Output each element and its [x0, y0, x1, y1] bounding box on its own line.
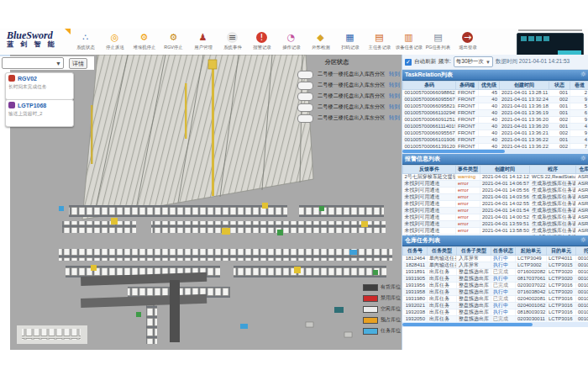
table-cell: 2号七层穿梭车延交提状态异常 — [403, 174, 456, 181]
table-row[interactable]: 1932050出库任务整盘拣选出库已完成0203030011LCTP301600… — [403, 316, 588, 323]
table-cell: 40 — [479, 97, 500, 103]
auto-refresh-checkbox[interactable]: ✓ — [405, 59, 412, 66]
table-cell: 出库任务 — [428, 283, 457, 289]
table-row[interactable]: 1828411单向输送任务入库异常执行中LCTP3002LCTP30150010… — [403, 262, 588, 269]
table-row[interactable]: 未找到可用通道error2021-04-01 14:06:57生成系统拣库任务请… — [403, 181, 588, 188]
table-row[interactable]: 未找到可用通道error2021-04-01 13:59:51生成系统拣库任务请… — [403, 221, 588, 228]
toolbar-pg-task-list[interactable]: ▤PG任务列表 — [423, 29, 453, 53]
toolbar-label: 操作记录 — [282, 44, 301, 50]
zone-row-5: 二号楼三楼托盘出入库东分区转到 — [274, 113, 400, 124]
toolbar-system-status[interactable]: ∴系统状态 — [71, 29, 100, 53]
toolbar-rgv-stop[interactable]: ⚙RGV停止 — [159, 29, 188, 53]
zone-toggle[interactable] — [297, 82, 313, 90]
toolbar-operation-records[interactable]: ◔操作记录 — [276, 29, 306, 53]
zone-toggle[interactable] — [297, 114, 313, 123]
preview-block-icon — [528, 36, 534, 41]
toolbar-shape-detection[interactable]: ◆外形检测 — [306, 29, 335, 53]
table-row[interactable]: 00100570006609125123FRONT402021-04-01 13… — [403, 117, 588, 124]
table-cell: ASRS,LG2 — [576, 214, 588, 221]
device-select[interactable]: ▼ — [2, 57, 64, 69]
table-row[interactable]: 未找到可用通道error2021-04-01 13:57:49生成系统拣库任务请… — [403, 235, 588, 236]
table-cell: error — [456, 181, 480, 188]
zone-toggle[interactable] — [297, 103, 313, 112]
gear-icon[interactable]: ☼ — [580, 71, 586, 78]
table-row[interactable]: 未找到可用通道error2021-04-01 14:03:56生成系统拣库任务请… — [403, 194, 588, 201]
table-row[interactable]: 1931958出库任务整盘拣选出库执行中0716038042LCTP302000… — [403, 289, 588, 296]
table-cell: 00100570006606 — [576, 276, 588, 283]
toolbar-stop-dispatch[interactable]: ◎停止派送 — [100, 29, 129, 53]
toolbar-system-events[interactable]: ≡系统事件 — [218, 29, 247, 53]
table-cell: 执行中 — [491, 289, 516, 296]
table-cell: 001 — [549, 110, 570, 117]
task-relation-scrollbar[interactable] — [402, 149, 588, 154]
zone-toggle[interactable] — [297, 71, 313, 79]
table-cell: 00100570006606 — [576, 303, 588, 309]
device-card-lgtp1068[interactable]: LGTP1068输送上货超时_2 — [5, 99, 74, 127]
toolbar-alarm-records[interactable]: !报警记录 — [247, 29, 276, 53]
table-row[interactable]: 00100570006609556770FRONT402021-04-01 13… — [403, 130, 588, 137]
gear-icon[interactable]: ☼ — [580, 156, 586, 162]
table-row[interactable]: 00100570006609556770FRONT402021-04-01 13… — [403, 97, 588, 103]
table-cell: 整盘拣选出库 — [457, 303, 491, 309]
table-cell: 2021-04-01 13:59:51 — [480, 221, 530, 228]
table-row[interactable]: 00100570006611140190FRONT402021-04-01 13… — [403, 124, 588, 130]
device-card-rgv02[interactable]: RGV02长时间未完成任务 — [5, 72, 74, 100]
table-row[interactable]: 00100570006610190639FRONT402021-04-01 13… — [403, 137, 588, 144]
device-card-top: LGTP1068 — [8, 102, 71, 108]
table-row[interactable]: 2号七层穿梭车延交提状态异常warning2021-04-01 14:12:12… — [403, 174, 588, 181]
toolbar-device-task-records[interactable]: ▥设备任务记录 — [394, 29, 423, 53]
zone-goto-link[interactable]: 转到 — [389, 82, 400, 89]
zone-goto-link[interactable]: 转到 — [389, 103, 400, 111]
column-header: 程序 — [530, 166, 576, 174]
table-row[interactable]: 未找到可用通道error2021-04-01 13:58:50生成系统拣库任务请… — [403, 228, 588, 235]
frequency-select[interactable]: 每30秒一次 ▼ — [454, 56, 493, 67]
table-cell: 40 — [479, 103, 500, 110]
zone-goto-link[interactable]: 转到 — [389, 92, 400, 100]
zone-toggle[interactable] — [297, 92, 313, 101]
table-cell: 2021-04-01 13:36:19 — [500, 110, 549, 117]
table-cell: 1828411 — [403, 262, 428, 269]
toolbar-main-task-records[interactable]: ▤主任务记录 — [365, 29, 394, 53]
warehouse-tasks-scrollbar[interactable] — [402, 322, 588, 327]
table-row[interactable]: 1931956出库任务整盘拣选出库已完成0203037022LCTP301600… — [403, 283, 588, 289]
table-cell: 整盘拣选出库 — [457, 283, 491, 289]
legend-row: 禁用库位 — [363, 293, 401, 304]
table-row[interactable]: 1931980出库任务整盘拣选出库已完成0204002081LCTP301600… — [403, 296, 588, 303]
table-cell: 00100570006610190639 — [403, 137, 456, 144]
table-cell: 1931958 — [403, 289, 428, 296]
table-row[interactable]: 1931891出库任务整盘拣选出库已完成0716002082LCTP302000… — [403, 269, 588, 276]
table-row[interactable]: 1931905出库任务整盘拣选出库执行中0817037061LCTP302000… — [403, 276, 588, 283]
table-row[interactable]: 未找到可用通道error2021-04-01 14:02:55生成系统拣库任务请… — [403, 201, 588, 208]
preview-block-icon — [536, 36, 542, 41]
toolbar-label: 退出登录 — [459, 44, 477, 50]
table-row[interactable]: 1812464单向输送任务入库异常执行中LCTP3049LCTP40110010… — [403, 256, 588, 262]
column-header: 任务状态 — [491, 247, 516, 256]
zone-goto-link[interactable]: 转到 — [389, 71, 400, 78]
table-row[interactable]: 未找到可用通道error2021-04-01 14:05:56生成系统拣库任务请… — [403, 188, 588, 194]
minimized-window-preview[interactable] — [517, 33, 584, 57]
detail-button[interactable]: 详情 — [69, 58, 87, 69]
table-cell: 2021-04-01 14:03:56 — [480, 194, 530, 201]
table-row[interactable]: 00100570006609582162FRONT402021-04-01 13… — [403, 103, 588, 110]
device-alarm-text: 输送上货超时_2 — [8, 110, 67, 118]
table-row[interactable]: 1932038出库任务整盘拣选出库执行中0818003032LCTP301600… — [403, 309, 588, 316]
toolbar-logout[interactable]: →退出登录 — [453, 29, 482, 53]
toolbar-stacker-stop[interactable]: ⚙堆垛机停止 — [129, 29, 159, 53]
table-cell: LCTP3020 — [547, 276, 576, 283]
toolbar-user-management[interactable]: ♟用户管理 — [188, 29, 218, 53]
table-cell: 出库任务 — [428, 269, 457, 276]
gear-icon[interactable]: ☼ — [580, 237, 586, 244]
table-row[interactable]: 1932021出库任务整盘拣选出库执行中0204001062LCTP301600… — [403, 303, 588, 309]
toolbar-scan-records[interactable]: ▦扫码记录 — [335, 29, 365, 53]
table-row[interactable]: 00100570006609886219FRONT452021-04-01 13… — [403, 90, 588, 97]
alarm-records-icon: ! — [256, 32, 267, 43]
zone-goto-link[interactable]: 转到 — [389, 114, 400, 122]
table-cell: 生成系统拣库任务请求 — [530, 228, 576, 235]
column-header: 条码 — [403, 82, 456, 90]
table-cell: 生成系统拣库任务请求 — [530, 221, 576, 228]
table-cell: 40 — [479, 124, 500, 130]
table-row[interactable]: 00100570006611029457FRONT402021-04-01 13… — [403, 110, 588, 117]
table-row[interactable]: 未找到可用通道error2021-04-01 14:00:52生成系统拣库任务请… — [403, 214, 588, 221]
table-cell: 40 — [479, 130, 500, 137]
table-row[interactable]: 未找到可用通道error2021-04-01 14:01:54生成系统拣库任务请… — [403, 208, 588, 214]
